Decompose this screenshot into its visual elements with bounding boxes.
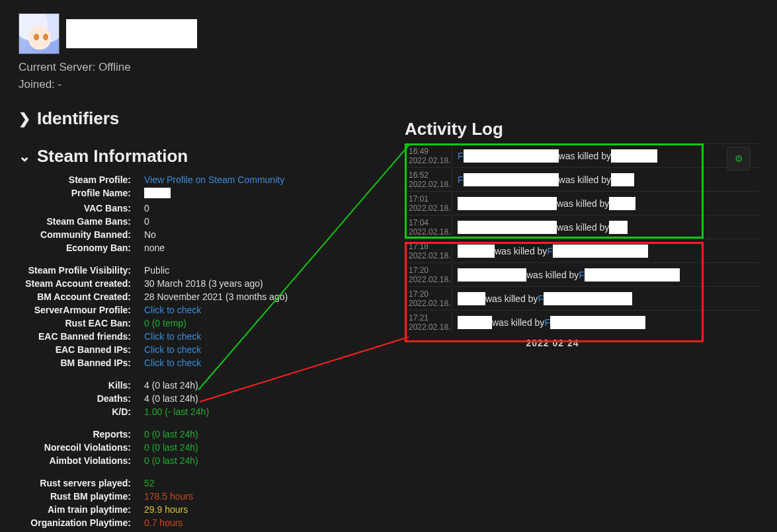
info-value[interactable]: Click to check bbox=[144, 343, 288, 356]
info-value: 4 (0 last 24h) bbox=[144, 379, 209, 392]
info-value: Public bbox=[144, 264, 288, 277]
info-row: Deaths:4 (0 last 24h) bbox=[19, 392, 209, 405]
log-row: 17:212022.02.18. was killed by F bbox=[405, 310, 758, 334]
stats-table: Kills:4 (0 last 24h)Deaths:4 (0 last 24h… bbox=[19, 379, 209, 418]
info-value: 0 bbox=[144, 202, 284, 215]
log-text: was killed by bbox=[485, 293, 538, 304]
redacted-player bbox=[585, 268, 680, 282]
identifiers-heading[interactable]: ❯ Identifiers bbox=[19, 108, 389, 129]
avatar[interactable] bbox=[19, 13, 60, 54]
info-value bbox=[144, 186, 284, 202]
redacted-player bbox=[553, 245, 648, 258]
info-value[interactable]: Click to check bbox=[144, 303, 288, 317]
info-value: none bbox=[144, 241, 284, 254]
steam-table-2: Steam Profile Visibility:PublicSteam Acc… bbox=[19, 264, 288, 369]
log-row: 17:042022.02.18. was killed by bbox=[405, 215, 758, 239]
player-name-redacted bbox=[66, 19, 197, 48]
player-link[interactable]: F bbox=[458, 174, 464, 185]
log-timestamp: 17:212022.02.18. bbox=[405, 312, 452, 333]
info-label: EAC Banned IPs: bbox=[19, 343, 144, 356]
redacted-player bbox=[464, 173, 559, 186]
info-label: Steam Profile Visibility: bbox=[19, 264, 144, 277]
info-row: VAC Bans:0 bbox=[19, 202, 284, 215]
log-timestamp: 17:042022.02.18. bbox=[405, 217, 452, 238]
info-row: EAC Banned friends:Click to check bbox=[19, 330, 288, 343]
player-link[interactable]: F bbox=[547, 246, 553, 256]
redacted-player bbox=[458, 221, 557, 234]
info-value: 0 bbox=[144, 215, 284, 228]
info-row: Steam Account created:30 March 2018 (3 y… bbox=[19, 277, 288, 290]
player-link[interactable]: F bbox=[544, 317, 550, 328]
info-label: Rust servers played: bbox=[19, 476, 144, 490]
info-row: Steam Profile:View Profile on Steam Comm… bbox=[19, 173, 284, 186]
info-label: BM Account Created: bbox=[19, 290, 144, 303]
redacted-player bbox=[550, 316, 645, 329]
log-text: was killed by bbox=[557, 198, 609, 209]
player-link[interactable]: F bbox=[538, 293, 544, 304]
info-value[interactable]: View Profile on Steam Community bbox=[144, 173, 284, 186]
info-value: 52 bbox=[144, 476, 193, 490]
log-row: 17:202022.02.18. was killed by F bbox=[405, 286, 758, 310]
redacted-player bbox=[611, 149, 657, 163]
activity-log-box: 16:492022.02.18.F was killed by 16:52202… bbox=[405, 143, 758, 334]
info-label: Community Banned: bbox=[19, 228, 144, 241]
log-next-date: 2022 02 24 bbox=[405, 338, 700, 348]
info-row: Norecoil Violations:0 (0 last 24h) bbox=[19, 441, 198, 454]
info-label: Steam Account created: bbox=[19, 277, 144, 290]
log-timestamp: 17:202022.02.18. bbox=[405, 264, 452, 285]
current-server-value: Offline bbox=[99, 61, 131, 73]
steam-table-1: Steam Profile:View Profile on Steam Comm… bbox=[19, 173, 284, 254]
info-row: Organization Playtime:0.7 hours bbox=[19, 516, 193, 529]
joined-label: Joined: bbox=[19, 78, 58, 91]
info-label: VAC Bans: bbox=[19, 202, 144, 215]
log-text: was killed by bbox=[557, 222, 609, 233]
log-body: was killed by F bbox=[452, 268, 758, 282]
steam-info-heading[interactable]: ⌄ Steam Information bbox=[19, 146, 389, 167]
info-label: Economy Ban: bbox=[19, 241, 144, 254]
redacted-player bbox=[609, 197, 635, 210]
log-row: 16:492022.02.18.F was killed by bbox=[405, 143, 758, 167]
info-label: Steam Game Bans: bbox=[19, 215, 144, 228]
info-label: Organization Playtime: bbox=[19, 516, 144, 529]
info-row: EAC Banned IPs:Click to check bbox=[19, 343, 288, 356]
current-server-line: Current Server: Offline bbox=[19, 61, 389, 74]
log-body: was killed by F bbox=[452, 316, 758, 329]
stats-table-3: Rust servers played:52Rust BM playtime:1… bbox=[19, 476, 193, 529]
chevron-right-icon: ❯ bbox=[19, 110, 30, 128]
info-row: Steam Game Bans:0 bbox=[19, 215, 284, 228]
log-timestamp: 16:492022.02.18. bbox=[405, 145, 452, 167]
log-row: 17:202022.02.18. was killed by F bbox=[405, 262, 758, 286]
info-label: Aim train playtime: bbox=[19, 503, 144, 516]
log-text: was killed by bbox=[492, 317, 544, 328]
info-row: BM Banned IPs:Click to check bbox=[19, 356, 288, 369]
log-timestamp: 16:522022.02.18. bbox=[405, 169, 452, 190]
info-row: Kills:4 (0 last 24h) bbox=[19, 379, 209, 392]
settings-button[interactable]: ⚙ bbox=[727, 147, 751, 171]
info-value: 0 (0 last 24h) bbox=[144, 428, 198, 441]
info-value[interactable]: Click to check bbox=[144, 330, 288, 343]
log-body: was killed by F bbox=[452, 292, 758, 305]
info-label: Reports: bbox=[19, 428, 144, 441]
info-value[interactable]: Click to check bbox=[144, 356, 288, 369]
info-label: Rust EAC Ban: bbox=[19, 317, 144, 330]
log-text: was killed by bbox=[495, 246, 547, 256]
info-row: Rust EAC Ban:0 (0 temp) bbox=[19, 317, 288, 330]
info-label: K/D: bbox=[19, 405, 144, 418]
info-row: BM Account Created:28 November 2021 (3 m… bbox=[19, 290, 288, 303]
info-row: Community Banned:No bbox=[19, 228, 284, 241]
joined-value: - bbox=[58, 78, 62, 91]
log-body: was killed by bbox=[452, 197, 758, 210]
info-row: Economy Ban:none bbox=[19, 241, 284, 254]
player-link[interactable]: F bbox=[579, 270, 585, 280]
info-row: Rust servers played:52 bbox=[19, 476, 193, 490]
info-value: No bbox=[144, 228, 284, 241]
player-link[interactable]: F bbox=[458, 151, 464, 161]
info-label: Aimbot Violations: bbox=[19, 454, 144, 467]
info-row: Steam Profile Visibility:Public bbox=[19, 264, 288, 277]
redacted-player bbox=[464, 149, 559, 163]
redacted-player bbox=[458, 292, 485, 305]
info-row: Rust BM playtime:178.5 hours bbox=[19, 490, 193, 503]
info-value: 178.5 hours bbox=[144, 490, 193, 503]
info-value: 30 March 2018 (3 years ago) bbox=[144, 277, 288, 290]
log-body: F was killed by bbox=[452, 173, 758, 186]
